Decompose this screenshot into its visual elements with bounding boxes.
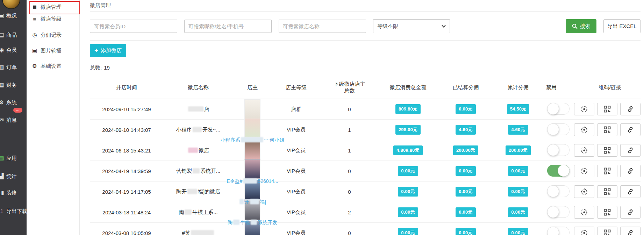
sub-store-count-cell: 0	[321, 223, 378, 235]
settled-commission-cell: 0.00元	[438, 181, 494, 202]
export-excel-button[interactable]: 导出 EXCEL	[603, 19, 641, 33]
store-name-cell: 陶牛模王系...	[163, 202, 233, 223]
table-row: 2024-03-08 16:05:09#黄#黄锡周~腾信集团小VIP会员00.0…	[90, 223, 641, 235]
copy-link-button[interactable]	[620, 103, 641, 115]
subnav-item-store-level[interactable]: ≡微店等级	[31, 15, 62, 23]
text-fragment: 福]	[260, 199, 266, 205]
sidebar-item-goods[interactable]: ▤商品	[0, 31, 17, 39]
nickname-input[interactable]	[184, 20, 272, 33]
qrcode-button[interactable]	[597, 144, 617, 157]
consume-total-badge: 298.00元	[395, 125, 421, 135]
copy-link-button[interactable]	[620, 227, 641, 235]
disable-toggle[interactable]	[547, 144, 570, 156]
column-header-owner: 店主	[233, 76, 272, 99]
copy-link-button[interactable]	[620, 165, 641, 177]
sidebar-item-apps[interactable]: ▩应用	[0, 154, 17, 162]
owner-name-link[interactable]: 开福]	[239, 199, 266, 205]
consume-total-badge: 809.80元	[395, 104, 421, 114]
store-name-input[interactable]	[279, 20, 366, 33]
sidebar-item-message[interactable]: ✉消息	[0, 116, 17, 124]
apps-icon: ▩	[0, 155, 5, 161]
sidebar-item-stats[interactable]: ▟统计	[0, 172, 17, 180]
redacted-text	[241, 137, 263, 142]
qrcode-button[interactable]	[597, 206, 617, 219]
miniapp-code-button[interactable]	[574, 123, 594, 136]
toggle-knob	[547, 227, 559, 235]
sidebar-item-decorate[interactable]: ◨装修	[0, 189, 17, 197]
total-commission-cell: 200.00元	[494, 140, 543, 161]
sidebar-item-system[interactable]: ⚙系统	[0, 99, 17, 106]
owner-name-link[interactable]: 小程序系~~何小姐	[221, 137, 284, 143]
miniapp-code-icon	[580, 105, 588, 113]
disable-toggle[interactable]	[547, 227, 570, 235]
goods-icon: ▤	[0, 32, 5, 38]
sidebar-item-finance[interactable]: ▦财务	[0, 81, 17, 89]
toggle-knob	[547, 123, 559, 135]
store-table-body: 2024-09-10 15:27:49店店群0809.80元0.00元54.50…	[90, 99, 641, 235]
disable-toggle[interactable]	[547, 123, 570, 135]
add-store-button[interactable]: + 添加微店	[90, 44, 126, 57]
subnav-item-store-manage[interactable]: ≣微店管理	[31, 3, 62, 11]
sidebar-item-label: 消息	[6, 117, 17, 123]
sidebar-item-label: 财务	[6, 82, 17, 88]
disable-cell	[543, 202, 574, 223]
qrcode-link-cell	[574, 140, 641, 161]
disable-toggle[interactable]	[547, 206, 570, 218]
sidebar-item-member[interactable]: ◉会员	[0, 46, 17, 54]
disable-toggle[interactable]	[547, 165, 570, 177]
copy-link-button[interactable]	[620, 185, 641, 198]
miniapp-code-button[interactable]	[574, 206, 594, 219]
disable-toggle[interactable]	[547, 103, 570, 115]
qrcode-button[interactable]	[597, 123, 617, 136]
redacted-text	[243, 178, 257, 184]
level-select[interactable]: 等级不限	[373, 19, 450, 33]
owner-name-link[interactable]: 陶牛模系统开发	[228, 220, 277, 226]
copy-link-button[interactable]	[620, 123, 641, 136]
miniapp-code-button[interactable]	[574, 144, 594, 157]
sidebar-item-export-download[interactable]: ⇩导出下载	[0, 207, 27, 215]
owner-level-cell: VIP会员	[272, 202, 321, 223]
copy-link-button[interactable]	[620, 144, 641, 157]
search-icon	[572, 23, 578, 29]
owner-name-link[interactable]: E企盈#526014...	[227, 178, 278, 185]
column-header-consume_total: 微店消费总金额	[378, 76, 438, 99]
owner-level-cell: VIP会员	[272, 181, 321, 202]
search-button[interactable]: 搜索	[566, 19, 596, 33]
miniapp-code-button[interactable]	[574, 165, 594, 177]
sidebar-item-order[interactable]: ▥订单	[0, 63, 17, 71]
table-row: 2024-04-19 14:39:59营销裂系统开...E企盈#526014..…	[90, 161, 641, 181]
subnav-item-commission-records[interactable]: ◷分佣记录	[31, 31, 62, 39]
consume-total-cell: 4,809.80元	[378, 140, 438, 161]
sub-store-count-cell: 0	[321, 181, 378, 202]
disable-cell	[543, 161, 574, 181]
text-fragment: 系统开发	[258, 220, 277, 225]
member-id-input[interactable]	[90, 20, 177, 33]
toggle-knob	[547, 206, 559, 218]
level-select-value: 等级不限	[377, 23, 398, 30]
qrcode-button[interactable]	[597, 103, 617, 115]
store-name-cell: 店	[163, 99, 233, 120]
subnav-item-image-carousel[interactable]: ▣图片轮播	[31, 47, 62, 55]
subnav-item-basic-settings[interactable]: ⚙基础设置	[31, 62, 62, 70]
disable-toggle[interactable]	[547, 185, 570, 197]
open-time-cell: 2024-04-19 14:39:59	[90, 161, 163, 181]
qrcode-button[interactable]	[597, 165, 617, 177]
total-commission-cell: 0.00元	[494, 223, 543, 235]
qrcode-button[interactable]	[597, 227, 617, 235]
text-fragment: #黄	[182, 230, 190, 235]
total-commission-cell: 0.00元	[494, 181, 543, 202]
store-table-header: 开店时间微店名称店主店主等级下级微店店主 总数微店消费总金额已结算分佣累计分佣禁…	[90, 76, 641, 99]
qrcode-button[interactable]	[597, 185, 617, 198]
image-icon: ▣	[31, 48, 38, 54]
text-fragment: 牛模王系...	[192, 209, 218, 215]
toggle-knob	[558, 165, 570, 177]
miniapp-code-button[interactable]	[574, 185, 594, 198]
page-title: 微店管理	[90, 0, 641, 12]
miniapp-code-button[interactable]	[574, 103, 594, 115]
sidebar-item-overview[interactable]: ▣概况	[0, 12, 17, 20]
qr-button-group	[574, 123, 641, 136]
settled-commission-cell: 200.00元	[438, 140, 494, 161]
miniapp-code-button[interactable]	[574, 227, 594, 235]
bar-chart-icon: ▟	[0, 173, 5, 179]
copy-link-button[interactable]	[620, 206, 641, 219]
